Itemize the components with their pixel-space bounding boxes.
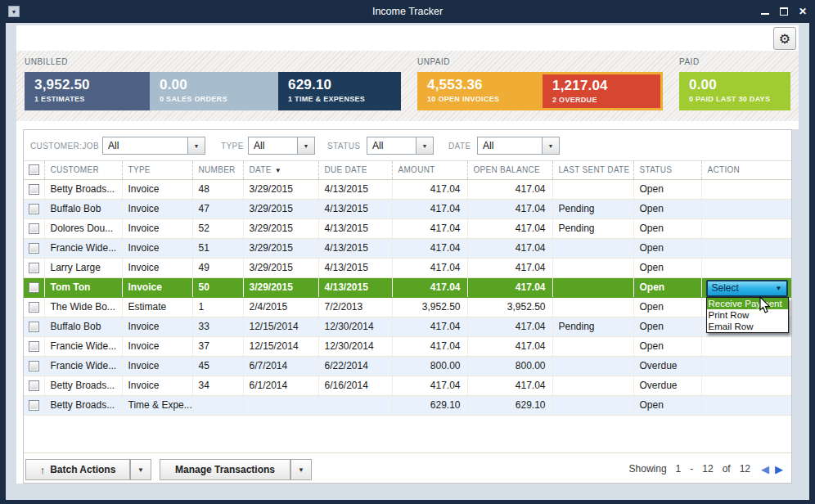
cell-date: 6/7/2014 <box>243 356 318 376</box>
table-row[interactable]: Francie Wide...Invoice3712/15/201412/30/… <box>24 336 791 356</box>
row-checkbox[interactable] <box>29 184 39 195</box>
table-row[interactable]: Buffalo BobInvoice3312/15/201412/30/2014… <box>24 317 791 336</box>
row-checkbox[interactable] <box>29 400 39 411</box>
cell-status: Open <box>633 395 701 415</box>
menu-item-email-row[interactable]: Email Row <box>707 321 788 332</box>
row-checkbox[interactable] <box>29 223 39 234</box>
row-checkbox[interactable] <box>29 204 39 214</box>
table-row[interactable]: Betty Broads...Invoice483/29/20154/13/20… <box>24 179 791 199</box>
chevron-down-icon[interactable]: ▼ <box>416 137 433 154</box>
column-header-open-balance[interactable]: OPEN BALANCE <box>467 161 552 179</box>
cell-date: 12/15/2014 <box>243 336 318 356</box>
table-row[interactable]: Betty Broads...Time & Expe...629.10629.1… <box>24 395 791 415</box>
next-page-icon[interactable]: ▶ <box>775 464 783 475</box>
transactions-table: CUSTOMERTYPENUMBERDATE▼DUE DATEAMOUNTOPE… <box>24 161 791 416</box>
summary-tile[interactable]: 3,952.501 ESTIMATES <box>25 72 150 110</box>
row-checkbox[interactable] <box>29 282 39 293</box>
tile-amount: 0.00 <box>689 77 790 93</box>
cell-customer: Tom Ton <box>44 277 122 297</box>
manage-transactions-dropdown-arrow[interactable]: ▼ <box>290 459 312 480</box>
cell-last-sent <box>552 297 633 317</box>
filter-select-customer-job[interactable]: All▼ <box>102 137 205 155</box>
filter-select-status[interactable]: All▼ <box>367 137 434 155</box>
row-action-select-value: Select <box>712 282 739 294</box>
cell-type: Invoice <box>122 258 192 277</box>
filter-bar: CUSTOMER:JOBAll▼TYPEAll▼STATUSAll▼DATEAl… <box>24 130 791 161</box>
column-header-number[interactable]: NUMBER <box>192 161 243 179</box>
column-header-last-sent-date[interactable]: LAST SENT DATE <box>552 161 633 179</box>
summary-tile[interactable]: 0.000 SALES ORDERS <box>150 72 278 110</box>
settings-gear-button[interactable]: ⚙ <box>773 27 796 50</box>
cell-customer: Larry Large <box>44 258 122 277</box>
table-row[interactable]: Tom TonInvoice503/29/20154/13/2015417.04… <box>24 277 791 297</box>
cell-due-date: 7/2/2013 <box>318 297 392 317</box>
row-checkbox[interactable] <box>29 380 39 391</box>
chevron-down-icon[interactable]: ▼ <box>297 137 314 154</box>
tile-caption: 0 SALES ORDERS <box>160 95 278 103</box>
column-header-due-date[interactable]: DUE DATE <box>318 161 392 179</box>
content-area: ⚙ UNBILLED3,952.501 ESTIMATES0.000 SALES… <box>16 25 799 484</box>
table-row[interactable]: Buffalo BobInvoice473/29/20154/13/201541… <box>24 199 791 218</box>
cell-last-sent <box>552 179 633 199</box>
manage-transactions-button[interactable]: Manage Transactions <box>160 459 290 480</box>
summary-group-label: UNPAID <box>417 57 663 66</box>
background-texture: UNBILLED3,952.501 ESTIMATES0.000 SALES O… <box>16 51 799 121</box>
window-title: Income Tracker <box>0 6 815 17</box>
tile-amount: 4,553.36 <box>427 77 540 93</box>
batch-actions-button[interactable]: ↑ Batch Actions <box>25 459 130 480</box>
row-checkbox[interactable] <box>29 361 39 371</box>
row-checkbox[interactable] <box>29 302 39 313</box>
cell-due-date: 4/13/2015 <box>318 218 392 238</box>
cell-date: 3/29/2015 <box>243 179 318 199</box>
table-row[interactable]: The Wide Bo...Estimate12/4/20157/2/20133… <box>24 297 791 317</box>
row-checkbox[interactable] <box>29 322 39 332</box>
table-row[interactable]: Francie Wide...Invoice513/29/20154/13/20… <box>24 238 791 258</box>
column-header-customer[interactable]: CUSTOMER <box>44 161 122 179</box>
table-row[interactable]: Betty Broads...Invoice346/1/20146/16/201… <box>24 376 791 395</box>
table-row[interactable]: Dolores Dou...Invoice523/29/20154/13/201… <box>24 218 791 238</box>
summary-tile[interactable]: 629.101 TIME & EXPENSES <box>278 72 401 110</box>
table-row[interactable]: Larry LargeInvoice493/29/20154/13/201541… <box>24 258 791 277</box>
column-header-amount[interactable]: AMOUNT <box>392 161 467 179</box>
table-row[interactable]: Francie Wide...Invoice456/7/20146/22/201… <box>24 356 791 376</box>
minimize-button-icon[interactable] <box>761 8 769 15</box>
menu-item-print-row[interactable]: Print Row <box>707 309 788 321</box>
batch-actions-dropdown-arrow[interactable]: ▼ <box>130 459 151 480</box>
filter-select-type[interactable]: All▼ <box>248 137 315 155</box>
cell-last-sent: Pending <box>552 317 633 336</box>
summary-tile[interactable]: 4,553.3610 OPEN INVOICES <box>417 72 540 110</box>
filter-value: All <box>367 137 416 154</box>
cell-open-balance: 629.10 <box>467 395 552 415</box>
cell-action <box>701 395 791 415</box>
row-checkbox[interactable] <box>29 243 39 254</box>
cell-customer: Buffalo Bob <box>44 199 122 218</box>
column-header-status[interactable]: STATUS <box>633 161 701 179</box>
column-header-date[interactable]: DATE▼ <box>243 161 318 179</box>
panel-footer: ↑ Batch Actions ▼ Manage Transactions ▼ … <box>24 452 791 483</box>
cell-number: 1 <box>192 297 243 317</box>
column-header-action[interactable]: ACTION <box>701 161 791 179</box>
cell-last-sent: Pending <box>552 199 633 218</box>
summary-tile[interactable]: 1,217.042 OVERDUE <box>543 74 660 108</box>
maximize-button-icon[interactable] <box>780 7 788 16</box>
prev-page-icon[interactable]: ◀ <box>761 464 769 475</box>
cell-due-date <box>318 395 392 415</box>
cell-last-sent <box>552 336 633 356</box>
tile-amount: 3,952.50 <box>34 77 150 93</box>
row-checkbox[interactable] <box>29 263 39 273</box>
cell-due-date: 12/30/2014 <box>318 336 392 356</box>
filter-label-status: STATUS <box>327 142 360 151</box>
cell-action <box>701 376 791 395</box>
column-header-type[interactable]: TYPE <box>122 161 192 179</box>
showing-end: 12 <box>702 463 713 475</box>
chevron-down-icon[interactable]: ▼ <box>542 137 559 154</box>
row-action-select[interactable]: Select▼ <box>706 280 788 297</box>
close-button-icon[interactable]: ✕ <box>799 7 807 16</box>
summary-tile[interactable]: 0.000 PAID LAST 30 DAYS <box>679 72 790 110</box>
filter-select-date[interactable]: All▼ <box>477 137 560 155</box>
row-checkbox[interactable] <box>29 341 39 352</box>
menu-item-receive-payment[interactable]: Receive Payment <box>707 298 788 309</box>
chevron-down-icon[interactable]: ▼ <box>187 137 205 154</box>
cell-customer: The Wide Bo... <box>44 297 122 317</box>
select-all-checkbox[interactable] <box>29 164 39 175</box>
